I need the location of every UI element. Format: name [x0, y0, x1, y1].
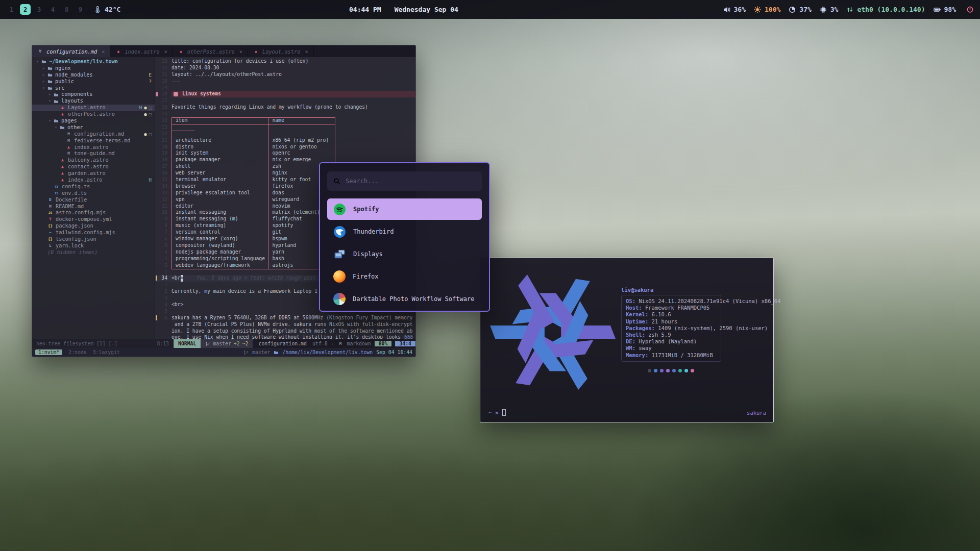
disk-module[interactable]: 37%: [789, 6, 811, 13]
workspace-9[interactable]: 9: [75, 4, 86, 15]
tree-item-yarn.lock[interactable]: yarn.lock: [32, 243, 155, 249]
tree-item-fediverse-terms.md[interactable]: fediverse-terms.md: [32, 138, 155, 144]
cpu-module[interactable]: 3%: [820, 6, 839, 13]
tree-item-label: balcony.astro: [68, 157, 109, 164]
line-number: 3: [159, 295, 172, 302]
astro-file-icon: [60, 164, 65, 170]
tree-item-index.astro[interactable]: index.astroH: [32, 177, 155, 184]
sign-column: [155, 334, 159, 339]
tmux-statusbar: 1:nvim*2:node3:lazygit master /home/liv/…: [32, 348, 415, 357]
fetch-terminal-window[interactable]: liv@sakura OS: NixOS 24.11.20240828.71e9…: [480, 258, 774, 422]
git-status-badge: □: [149, 111, 152, 118]
chevron-right-icon[interactable]: ▸: [41, 79, 46, 85]
app-item-Thunderbird[interactable]: Thunderbird: [327, 221, 482, 242]
tree-item-balcony.astro[interactable]: balcony.astro: [32, 157, 155, 164]
tree-item-tailwind.config.mjs[interactable]: tailwind.config.mjs: [32, 230, 155, 236]
app-item-Firefox[interactable]: Firefox: [327, 266, 482, 287]
tab-title: Layout.astro: [262, 48, 300, 55]
line-number: 8: [159, 222, 172, 229]
chevron-right-icon[interactable]: ▸: [41, 72, 46, 79]
search-bar[interactable]: Search...: [327, 171, 482, 191]
tree-item-(6 hidden items)[interactable]: (6 hidden items): [32, 249, 155, 256]
tree-item-layouts[interactable]: ▾layouts: [32, 98, 155, 105]
app-item-Darktable Photo Workflow Software[interactable]: Darktable Photo Workflow Software: [327, 288, 482, 310]
tab-otherPost.astro[interactable]: otherPost.astro×: [173, 45, 248, 57]
tree-item-tsconfig.json[interactable]: tsconfig.json: [32, 236, 155, 243]
chevron-down-icon[interactable]: ▾: [35, 59, 40, 65]
tree-item-pages[interactable]: ▾pages: [32, 118, 155, 124]
chevron-right-icon[interactable]: ▸: [41, 65, 46, 72]
chevron-down-icon[interactable]: ▾: [54, 124, 58, 131]
tree-item-package.json[interactable]: package.json: [32, 223, 155, 230]
tmux-window-1:nvim*[interactable]: 1:nvim*: [35, 349, 62, 355]
line-number: 22: [159, 131, 172, 137]
chevron-down-icon[interactable]: ▾: [41, 85, 46, 92]
battery-module[interactable]: 98%: [934, 6, 956, 13]
git-status-badge: E: [149, 72, 152, 79]
shell-prompt[interactable]: ~ >: [488, 409, 506, 416]
tree-item-garden.astro[interactable]: garden.astro: [32, 170, 155, 177]
sign-column: [155, 308, 159, 315]
power-button[interactable]: [966, 6, 974, 13]
table-cell-item: music (streaming): [172, 222, 268, 229]
tab-title: index.astro: [125, 48, 159, 55]
tailwind-file-icon: [47, 230, 53, 236]
astro-file-icon: [60, 105, 65, 111]
chevron-down-icon[interactable]: ▾: [47, 98, 52, 105]
close-tab-icon[interactable]: ×: [239, 48, 242, 55]
close-tab-icon[interactable]: ×: [305, 48, 308, 55]
tmux-window-3:lazygit[interactable]: 3:lazygit: [93, 349, 120, 355]
tree-item-src[interactable]: ▾src: [32, 85, 155, 92]
workspace-4[interactable]: 4: [47, 4, 58, 15]
tree-item-label: node_modules: [55, 72, 93, 79]
tree-item-README.md[interactable]: README.md: [32, 204, 155, 210]
tree-item-Layout.astro[interactable]: Layout.astroH●□: [32, 105, 155, 111]
tree-item-components[interactable]: ▸components: [32, 91, 155, 98]
close-tab-icon[interactable]: ×: [102, 48, 105, 55]
line-text: Linux systems: [172, 91, 415, 97]
workspace-2[interactable]: 2: [20, 4, 31, 15]
tree-item-env.d.ts[interactable]: env.d.ts: [32, 190, 155, 197]
speaker-icon: [723, 6, 730, 13]
tree-item-config.ts[interactable]: config.ts: [32, 184, 155, 190]
tree-item-Dockerfile[interactable]: Dockerfile: [32, 197, 155, 204]
workspace-3[interactable]: 3: [34, 4, 44, 15]
tree-item-tone-guide.md[interactable]: tone-guide.md: [32, 151, 155, 157]
file-encoding: utf-8: [312, 341, 328, 346]
tree-item-public[interactable]: ▸public?: [32, 79, 155, 85]
git-status-badge: H: [139, 105, 142, 111]
tree-item-label: config.ts: [62, 184, 90, 190]
editor-line: 26Favorite things regarding Linux and my…: [155, 104, 415, 111]
tmux-window-2:node[interactable]: 2:node: [68, 349, 86, 355]
close-tab-icon[interactable]: ×: [164, 48, 167, 55]
app-item-Displays[interactable]: Displays: [327, 243, 482, 265]
temperature-module[interactable]: 42°C: [94, 6, 120, 13]
tab-Layout.astro[interactable]: Layout.astro×: [248, 45, 314, 57]
chevron-right-icon[interactable]: ▸: [47, 91, 52, 98]
tree-item-configuration.md[interactable]: configuration.md●□: [32, 131, 155, 138]
tree-item-astro.config.mjs[interactable]: astro.config.mjs: [32, 210, 155, 216]
tab-index.astro[interactable]: index.astro×: [110, 45, 173, 57]
brightness-module[interactable]: 100%: [754, 6, 780, 13]
waybar-left: 123489 42°C: [6, 4, 120, 15]
tree-item-contact.astro[interactable]: contact.astro: [32, 164, 155, 170]
tree-item-other[interactable]: ▾other: [32, 124, 155, 131]
tree-item-~/Development/liv.town[interactable]: ▾~/Development/liv.town: [32, 59, 155, 65]
tree-item-index.astro[interactable]: index.astro: [32, 144, 155, 151]
tree-item-otherPost.astro[interactable]: otherPost.astro●□: [32, 111, 155, 118]
volume-module[interactable]: 36%: [723, 6, 746, 13]
sign-column: [155, 65, 159, 71]
clock[interactable]: 04:44 PM Wednesday Sep 04: [349, 6, 458, 13]
app-item-Spotify[interactable]: Spotify: [327, 198, 482, 220]
search-placeholder: Search...: [346, 178, 379, 185]
workspace-1[interactable]: 1: [6, 4, 17, 15]
workspace-8[interactable]: 8: [61, 4, 72, 15]
tree-item-docker-compose.yml[interactable]: docker-compose.yml: [32, 216, 155, 223]
network-module[interactable]: eth0 (10.0.0.140): [846, 6, 925, 13]
tree-item-nginx[interactable]: ▸nginx: [32, 65, 155, 72]
git-status-badge: □: [149, 105, 152, 111]
line-text: architecturex86_64 (rip m2 pro): [172, 137, 415, 144]
tree-item-node_modules[interactable]: ▸node_modulesE: [32, 72, 155, 79]
chevron-down-icon[interactable]: ▾: [47, 118, 52, 124]
tab-configuration.md[interactable]: configuration.md×: [32, 45, 110, 57]
